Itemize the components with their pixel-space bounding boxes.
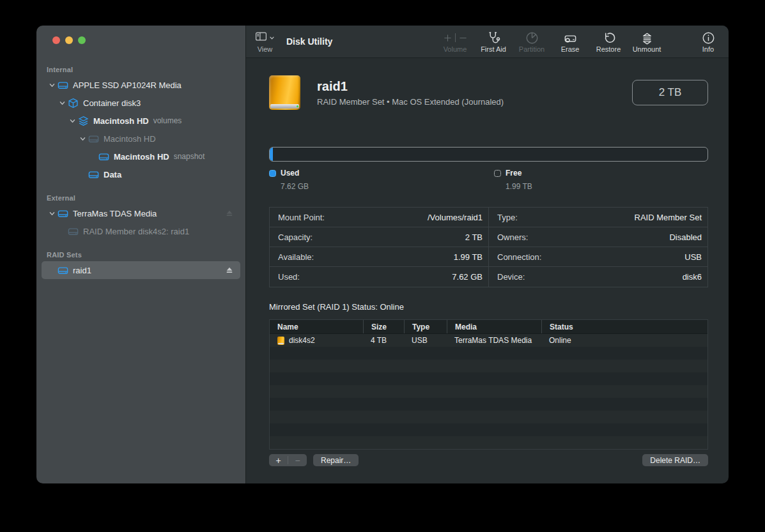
content: raid1 RAID Member Set • Mac OS Extended … [246, 58, 729, 483]
detail-label: Type: [497, 213, 518, 222]
sidebar-item-label: Container disk3 [83, 98, 141, 108]
details-right-column: Type:RAID Member SetOwners:DisabledConne… [488, 208, 707, 287]
toolbar-volume-button: Volume [436, 30, 474, 53]
disk-utility-window: InternalAPPLE SSD AP1024R MediaContainer… [36, 26, 729, 483]
sidebar-item-raid-member-disk4s2-raid1[interactable]: RAID Member disk4s2: raid1 [42, 222, 240, 240]
usage-bar-used-segment [270, 148, 273, 161]
sidebar-item-label: Data [104, 170, 121, 179]
unmount-icon [640, 30, 654, 45]
detail-row: Connection:USB [489, 247, 707, 267]
toolbar-restore-button[interactable]: Restore [589, 30, 628, 53]
detail-label: Device: [497, 272, 525, 282]
drive-icon [58, 208, 68, 219]
cube-icon [68, 98, 79, 109]
drive-icon [68, 226, 79, 237]
sidebar-item-label: TerraMas TDAS Media [73, 209, 157, 218]
window-controls [36, 26, 245, 55]
cell-name: disk4s2 [270, 334, 363, 347]
column-header-media[interactable]: Media [447, 320, 541, 333]
sidebar-item-suffix: snapshot [174, 152, 205, 161]
add-remove-segmented-control: + − [269, 454, 307, 466]
volume-name: raid1 [317, 79, 504, 94]
sidebar-item-suffix: volumes [153, 116, 182, 125]
detail-label: Available: [278, 252, 314, 262]
chevron-down-icon[interactable] [77, 135, 88, 142]
column-header-size[interactable]: Size [363, 320, 404, 333]
column-header-status[interactable]: Status [541, 320, 707, 333]
column-header-name[interactable]: Name [270, 320, 363, 333]
remove-member-button[interactable]: − [288, 454, 307, 466]
toolbar-items: VolumeFirst AidPartitionEraseRestoreUnmo… [436, 30, 722, 53]
sidebar-item-label: Macintosh HD [104, 134, 156, 144]
sidebar-item-apple-ssd-ap1024r-media[interactable]: APPLE SSD AP1024R Media [42, 76, 240, 94]
column-header-type[interactable]: Type [404, 320, 447, 333]
delete-raid-button[interactable]: Delete RAID… [642, 454, 708, 466]
chevron-down-icon[interactable] [67, 118, 78, 125]
used-swatch-icon [269, 170, 276, 177]
detail-label: Owners: [497, 232, 528, 242]
bottom-actions: + − Repair… Delete RAID… [269, 454, 708, 466]
repair-button[interactable]: Repair… [313, 454, 359, 466]
volume-size-badge: 2 TB [632, 80, 708, 105]
used-label: Used [281, 169, 299, 178]
drive-icon [58, 265, 68, 276]
detail-value: disk6 [683, 272, 702, 282]
chevron-down-icon[interactable] [57, 100, 68, 107]
raid-status-title: Mirrored Set (RAID 1) Status: Online [269, 302, 708, 312]
sidebar-item-macintosh-hd[interactable]: Macintosh HDsnapshot [42, 148, 240, 165]
sidebar-item-macintosh-hd[interactable]: Macintosh HD [42, 130, 240, 148]
erase-disk-icon [563, 30, 578, 45]
table-row-empty [270, 411, 707, 423]
chevron-down-icon[interactable] [47, 82, 58, 89]
toolbar-unmount-button[interactable]: Unmount [628, 30, 666, 53]
free-value: 1.99 TB [506, 182, 532, 191]
toolbar-info-button[interactable]: Info [694, 30, 722, 53]
close-button[interactable] [52, 36, 60, 44]
chevron-down-icon[interactable] [47, 210, 58, 217]
zoom-button[interactable] [78, 36, 86, 44]
table-row-empty [270, 347, 707, 360]
table-row-disk4s2[interactable]: disk4s24 TBUSBTerraMas TDAS MediaOnline [270, 334, 707, 347]
add-member-button[interactable]: + [269, 454, 288, 466]
sidebar-item-macintosh-hd[interactable]: Macintosh HDvolumes [42, 112, 240, 130]
detail-value: USB [684, 252, 702, 262]
detail-value: RAID Member Set [635, 213, 702, 222]
drive-icon [88, 133, 99, 144]
device-tree: InternalAPPLE SSD AP1024R MediaContainer… [36, 63, 245, 279]
toolbar-first-aid-button[interactable]: First Aid [474, 30, 513, 53]
disk-icon [277, 337, 284, 345]
layers-icon [78, 116, 89, 126]
sidebar-item-data[interactable]: Data [42, 165, 240, 183]
usage-bar [269, 147, 708, 162]
chevron-down-icon [269, 32, 275, 43]
drive-icon [58, 80, 68, 91]
detail-row: Mount Point:/Volumes/raid1 [270, 208, 488, 227]
detail-label: Capacity: [278, 232, 313, 242]
volume-subtitle: RAID Member Set • Mac OS Extended (Journ… [317, 97, 504, 107]
details-left-column: Mount Point:/Volumes/raid1Capacity:2 TBA… [270, 208, 488, 287]
detail-row: Available:1.99 TB [270, 247, 488, 267]
sidebar-section-external: External [42, 192, 240, 204]
table-body: disk4s24 TBUSBTerraMas TDAS MediaOnline [270, 334, 707, 449]
table-row-empty [270, 385, 707, 398]
sidebar-item-raid1[interactable]: raid1 [42, 261, 240, 279]
stethoscope-icon [486, 30, 501, 45]
detail-label: Mount Point: [278, 213, 325, 222]
detail-row: Type:RAID Member Set [489, 208, 707, 227]
sidebar-item-container-disk3[interactable]: Container disk3 [42, 94, 240, 112]
eject-icon[interactable] [225, 266, 234, 275]
toolbar-item-label: Partition [519, 45, 545, 53]
minimize-button[interactable] [65, 36, 73, 44]
sidebar-item-label: RAID Member disk4s2: raid1 [83, 227, 189, 236]
sidebar-toggle-icon [255, 31, 267, 44]
eject-icon[interactable] [225, 209, 234, 218]
view-button[interactable]: View [255, 30, 275, 53]
main-panel: View Disk Utility VolumeFirst AidPartiti… [246, 26, 729, 483]
detail-value: 7.62 GB [452, 272, 483, 282]
toolbar-erase-button[interactable]: Erase [551, 30, 589, 53]
sidebar-item-label: raid1 [73, 266, 91, 275]
cell-type: USB [404, 334, 447, 347]
detail-label: Used: [278, 272, 300, 282]
sidebar-item-terramas-tdas-media[interactable]: TerraMas TDAS Media [42, 204, 240, 222]
legend-used: Used 7.62 GB [269, 169, 309, 191]
